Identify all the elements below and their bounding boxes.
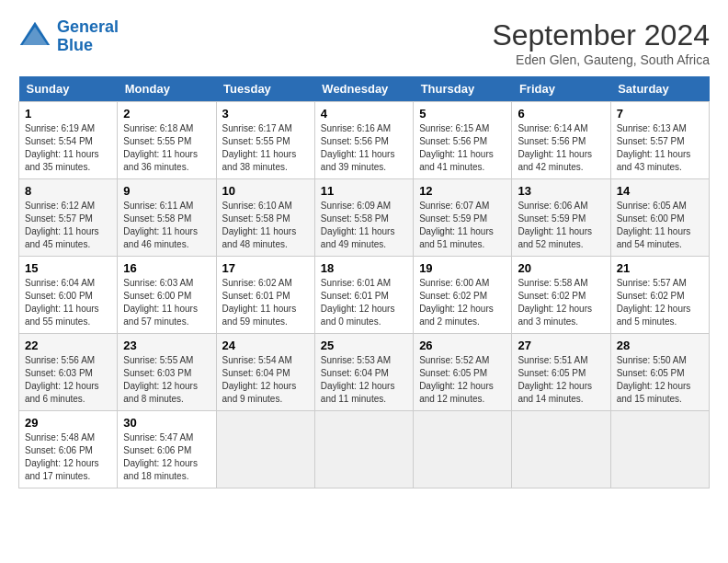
calendar-cell: 7 Sunrise: 6:13 AM Sunset: 5:57 PM Dayli… [610,102,709,179]
calendar-cell: 12 Sunrise: 6:07 AM Sunset: 5:59 PM Dayl… [414,179,512,257]
day-info: Sunrise: 5:50 AM Sunset: 6:05 PM Dayligh… [617,354,703,406]
day-info: Sunrise: 5:52 AM Sunset: 6:05 PM Dayligh… [419,354,506,406]
calendar-cell: 21 Sunrise: 5:57 AM Sunset: 6:02 PM Dayl… [610,257,709,334]
day-number: 30 [123,416,210,430]
day-number: 25 [321,339,407,352]
calendar-cell: 23 Sunrise: 5:55 AM Sunset: 6:03 PM Dayl… [118,334,216,411]
calendar-cell: 1 Sunrise: 6:19 AM Sunset: 5:54 PM Dayli… [19,102,118,179]
calendar-table: SundayMondayTuesdayWednesdayThursdayFrid… [18,76,710,488]
day-number: 14 [617,184,703,198]
day-number: 4 [321,107,407,121]
calendar-cell: 17 Sunrise: 6:02 AM Sunset: 6:01 PM Dayl… [216,257,314,334]
day-info: Sunrise: 5:55 AM Sunset: 6:03 PM Dayligh… [123,354,210,406]
day-info: Sunrise: 5:56 AM Sunset: 6:03 PM Dayligh… [25,354,111,406]
calendar-cell: 29 Sunrise: 5:48 AM Sunset: 6:06 PM Dayl… [19,411,118,488]
calendar-cell [216,411,314,488]
subtitle: Eden Glen, Gauteng, South Africa [492,52,710,67]
calendar-cell: 13 Sunrise: 6:06 AM Sunset: 5:59 PM Dayl… [512,179,610,257]
header-thursday: Thursday [414,76,512,102]
header-friday: Friday [512,76,610,102]
day-number: 5 [419,107,506,121]
calendar-week-5: 29 Sunrise: 5:48 AM Sunset: 6:06 PM Dayl… [19,411,710,488]
calendar-cell: 22 Sunrise: 5:56 AM Sunset: 6:03 PM Dayl… [19,334,118,411]
day-number: 18 [321,261,407,275]
month-title: September 2024 [492,18,710,52]
calendar-cell: 19 Sunrise: 6:00 AM Sunset: 6:02 PM Dayl… [414,257,512,334]
day-info: Sunrise: 6:04 AM Sunset: 6:00 PM Dayligh… [25,277,111,328]
calendar-cell: 27 Sunrise: 5:51 AM Sunset: 6:05 PM Dayl… [512,334,610,411]
calendar-week-1: 1 Sunrise: 6:19 AM Sunset: 5:54 PM Dayli… [19,102,710,179]
calendar-cell: 8 Sunrise: 6:12 AM Sunset: 5:57 PM Dayli… [19,179,118,257]
day-number: 29 [25,416,111,430]
day-number: 17 [222,261,309,275]
calendar-cell: 28 Sunrise: 5:50 AM Sunset: 6:05 PM Dayl… [610,334,709,411]
day-number: 16 [123,261,210,275]
calendar-body: 1 Sunrise: 6:19 AM Sunset: 5:54 PM Dayli… [19,102,710,488]
calendar-cell: 18 Sunrise: 6:01 AM Sunset: 6:01 PM Dayl… [314,257,413,334]
header-saturday: Saturday [610,76,709,102]
calendar-cell: 5 Sunrise: 6:15 AM Sunset: 5:56 PM Dayli… [414,102,512,179]
day-info: Sunrise: 6:05 AM Sunset: 6:00 PM Dayligh… [617,200,703,251]
calendar-cell: 10 Sunrise: 6:10 AM Sunset: 5:58 PM Dayl… [216,179,314,257]
day-info: Sunrise: 6:18 AM Sunset: 5:55 PM Dayligh… [123,122,210,174]
calendar-cell [512,411,610,488]
calendar-cell: 11 Sunrise: 6:09 AM Sunset: 5:58 PM Dayl… [314,179,413,257]
title-area: September 2024 Eden Glen, Gauteng, South… [492,18,710,67]
calendar-week-3: 15 Sunrise: 6:04 AM Sunset: 6:00 PM Dayl… [19,257,710,334]
day-info: Sunrise: 6:11 AM Sunset: 5:58 PM Dayligh… [123,200,210,251]
header-row: SundayMondayTuesdayWednesdayThursdayFrid… [19,76,710,102]
day-info: Sunrise: 6:03 AM Sunset: 6:00 PM Dayligh… [123,277,210,328]
day-number: 7 [617,107,703,121]
calendar-header: SundayMondayTuesdayWednesdayThursdayFrid… [19,76,710,102]
header-tuesday: Tuesday [216,76,314,102]
calendar-cell: 9 Sunrise: 6:11 AM Sunset: 5:58 PM Dayli… [118,179,216,257]
calendar-week-2: 8 Sunrise: 6:12 AM Sunset: 5:57 PM Dayli… [19,179,710,257]
day-info: Sunrise: 6:19 AM Sunset: 5:54 PM Dayligh… [25,122,111,174]
day-info: Sunrise: 6:01 AM Sunset: 6:01 PM Dayligh… [321,277,407,328]
logo-line1: General [57,17,119,36]
day-number: 19 [419,261,506,275]
day-info: Sunrise: 6:17 AM Sunset: 5:55 PM Dayligh… [222,122,309,174]
calendar-cell: 30 Sunrise: 5:47 AM Sunset: 6:06 PM Dayl… [118,411,216,488]
day-number: 20 [518,261,604,275]
day-number: 8 [25,184,111,198]
day-info: Sunrise: 6:15 AM Sunset: 5:56 PM Dayligh… [419,122,506,174]
day-info: Sunrise: 5:57 AM Sunset: 6:02 PM Dayligh… [617,277,703,328]
logo: General Blue [18,18,119,55]
day-info: Sunrise: 6:14 AM Sunset: 5:56 PM Dayligh… [518,122,604,174]
logo-line2: Blue [57,37,119,55]
day-number: 10 [222,184,309,198]
day-number: 1 [25,107,111,121]
day-info: Sunrise: 5:53 AM Sunset: 6:04 PM Dayligh… [321,354,407,406]
calendar-cell: 26 Sunrise: 5:52 AM Sunset: 6:05 PM Dayl… [414,334,512,411]
calendar-cell [314,411,413,488]
logo-icon [18,20,51,53]
day-info: Sunrise: 6:00 AM Sunset: 6:02 PM Dayligh… [419,277,506,328]
day-number: 21 [617,261,703,275]
calendar-cell: 20 Sunrise: 5:58 AM Sunset: 6:02 PM Dayl… [512,257,610,334]
day-number: 26 [419,339,506,352]
day-info: Sunrise: 6:06 AM Sunset: 5:59 PM Dayligh… [518,200,604,251]
day-info: Sunrise: 5:48 AM Sunset: 6:06 PM Dayligh… [25,431,111,483]
day-info: Sunrise: 6:12 AM Sunset: 5:57 PM Dayligh… [25,200,111,251]
calendar-cell: 15 Sunrise: 6:04 AM Sunset: 6:00 PM Dayl… [19,257,118,334]
calendar-cell: 2 Sunrise: 6:18 AM Sunset: 5:55 PM Dayli… [118,102,216,179]
calendar-cell: 14 Sunrise: 6:05 AM Sunset: 6:00 PM Dayl… [610,179,709,257]
day-info: Sunrise: 6:16 AM Sunset: 5:56 PM Dayligh… [321,122,407,174]
calendar-cell: 16 Sunrise: 6:03 AM Sunset: 6:00 PM Dayl… [118,257,216,334]
logo-text: General Blue [57,18,119,55]
day-number: 11 [321,184,407,198]
day-number: 22 [25,339,111,352]
day-number: 6 [518,107,604,121]
calendar-cell: 4 Sunrise: 6:16 AM Sunset: 5:56 PM Dayli… [314,102,413,179]
day-number: 23 [123,339,210,352]
header-monday: Monday [118,76,216,102]
calendar-cell: 24 Sunrise: 5:54 AM Sunset: 6:04 PM Dayl… [216,334,314,411]
calendar-week-4: 22 Sunrise: 5:56 AM Sunset: 6:03 PM Dayl… [19,334,710,411]
calendar-cell: 6 Sunrise: 6:14 AM Sunset: 5:56 PM Dayli… [512,102,610,179]
day-info: Sunrise: 6:13 AM Sunset: 5:57 PM Dayligh… [617,122,703,174]
day-info: Sunrise: 6:09 AM Sunset: 5:58 PM Dayligh… [321,200,407,251]
day-number: 12 [419,184,506,198]
day-number: 13 [518,184,604,198]
day-info: Sunrise: 6:02 AM Sunset: 6:01 PM Dayligh… [222,277,309,328]
